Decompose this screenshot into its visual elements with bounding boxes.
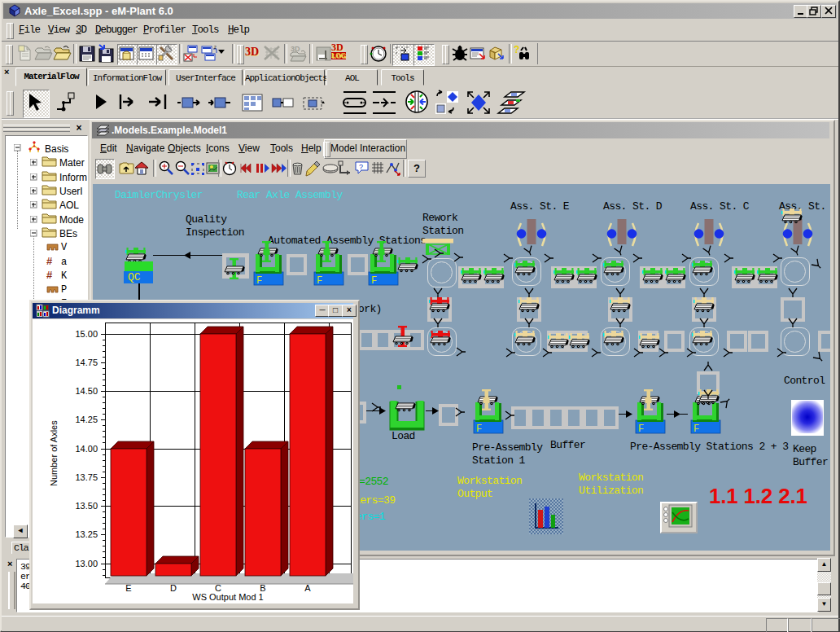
svg-text:14.25: 14.25 xyxy=(75,415,98,424)
svg-text:13.75: 13.75 xyxy=(75,472,98,482)
svg-text:Number of Axles: Number of Axles xyxy=(49,420,59,486)
svg-text:D: D xyxy=(170,583,177,593)
svg-text:WS Output Mod 1: WS Output Mod 1 xyxy=(192,592,263,602)
svg-text:14.75: 14.75 xyxy=(75,358,98,367)
svg-text:E: E xyxy=(125,583,131,593)
svg-text:14.00: 14.00 xyxy=(75,444,98,454)
svg-text:14.50: 14.50 xyxy=(75,386,98,396)
svg-text:13.25: 13.25 xyxy=(75,529,98,539)
svg-text:A: A xyxy=(304,583,311,593)
svg-text:?: ? xyxy=(514,44,519,55)
svg-text:?: ? xyxy=(359,163,363,171)
svg-text:13.50: 13.50 xyxy=(75,501,98,511)
svg-text:15.00: 15.00 xyxy=(75,329,98,339)
svg-text:13.00: 13.00 xyxy=(75,559,98,568)
